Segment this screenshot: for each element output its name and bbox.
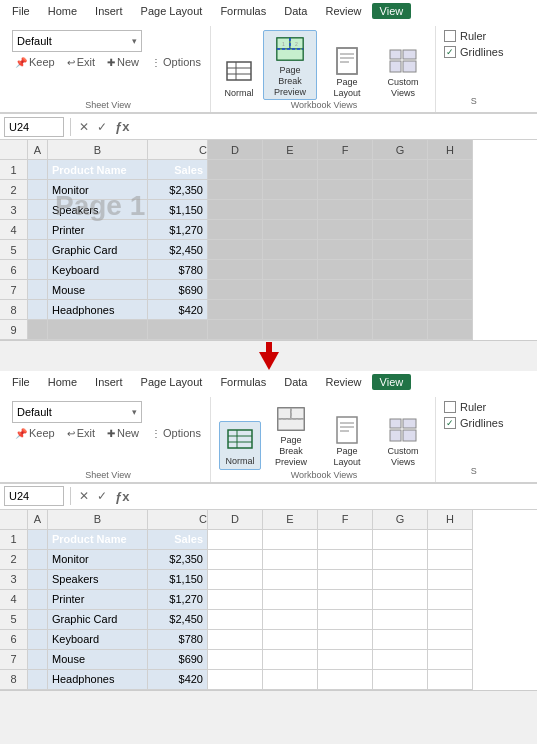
cell-2h-1[interactable] [428, 180, 473, 200]
cell-9d-1[interactable] [208, 320, 263, 340]
cell-7h-2[interactable] [428, 650, 473, 670]
menu-review-2[interactable]: Review [317, 374, 369, 390]
cell-4f-1[interactable] [318, 220, 373, 240]
cell-1g-2[interactable] [373, 530, 428, 550]
cell-5a-2[interactable] [28, 610, 48, 630]
page-break-button-1[interactable]: 1 2 Page Break Preview [263, 30, 317, 100]
cell-5h-1[interactable] [428, 240, 473, 260]
cell-5d-2[interactable] [208, 610, 263, 630]
menu-formulas-1[interactable]: Formulas [212, 3, 274, 19]
menu-view-1[interactable]: View [372, 3, 412, 19]
cell-4b-1[interactable]: Printer [48, 220, 148, 240]
cell-8h-2[interactable] [428, 670, 473, 690]
cell-1h-1[interactable] [428, 160, 473, 180]
cell-2f-1[interactable] [318, 180, 373, 200]
menu-insert-2[interactable]: Insert [87, 374, 131, 390]
menu-data-1[interactable]: Data [276, 3, 315, 19]
normal-view-button-2[interactable]: Normal [219, 421, 261, 470]
cell-7f-1[interactable] [318, 280, 373, 300]
cell-8h-1[interactable] [428, 300, 473, 320]
cell-3d-1[interactable] [208, 200, 263, 220]
cell-6c-2[interactable]: $780 [148, 630, 208, 650]
cell-1b-1[interactable]: Product Name [48, 160, 148, 180]
cell-8f-2[interactable] [318, 670, 373, 690]
cell-1d-2[interactable] [208, 530, 263, 550]
menu-page-layout-1[interactable]: Page Layout [133, 3, 211, 19]
menu-review-1[interactable]: Review [317, 3, 369, 19]
options-button-1[interactable]: ⋮ Options [148, 55, 204, 69]
cell-5e-2[interactable] [263, 610, 318, 630]
cell-1a-1[interactable] [28, 160, 48, 180]
cell-1e-1[interactable] [263, 160, 318, 180]
cell-3a-1[interactable] [28, 200, 48, 220]
cell-9a-1[interactable] [28, 320, 48, 340]
cell-6f-2[interactable] [318, 630, 373, 650]
cell-3h-2[interactable] [428, 570, 473, 590]
cell-7g-2[interactable] [373, 650, 428, 670]
cell-5h-2[interactable] [428, 610, 473, 630]
insert-function-icon-1[interactable]: ƒx [113, 117, 131, 136]
cell-5a-1[interactable] [28, 240, 48, 260]
custom-views-button-2[interactable]: Custom Views [377, 412, 429, 470]
ruler-checkbox-1[interactable] [444, 30, 456, 42]
cell-9h-1[interactable] [428, 320, 473, 340]
cell-4h-2[interactable] [428, 590, 473, 610]
cell-4d-1[interactable] [208, 220, 263, 240]
cell-8f-1[interactable] [318, 300, 373, 320]
cell-7e-1[interactable] [263, 280, 318, 300]
cell-4a-1[interactable] [28, 220, 48, 240]
cell-5f-2[interactable] [318, 610, 373, 630]
cell-6d-2[interactable] [208, 630, 263, 650]
cell-8a-2[interactable] [28, 670, 48, 690]
cell-7h-1[interactable] [428, 280, 473, 300]
cell-2b-2[interactable]: Monitor [48, 550, 148, 570]
menu-home-1[interactable]: Home [40, 3, 85, 19]
cell-ref-box-2[interactable]: U24 [4, 486, 64, 506]
menu-file-1[interactable]: File [4, 3, 38, 19]
cell-6d-1[interactable] [208, 260, 263, 280]
cell-5b-1[interactable]: Graphic Card [48, 240, 148, 260]
exit-button-1[interactable]: ↩ Exit [64, 55, 98, 69]
new-button-1[interactable]: ✚ New [104, 55, 142, 69]
cell-5c-1[interactable]: $2,450 [148, 240, 208, 260]
cell-9e-1[interactable] [263, 320, 318, 340]
cell-5e-1[interactable] [263, 240, 318, 260]
cell-8g-1[interactable] [373, 300, 428, 320]
cell-9c-1[interactable] [148, 320, 208, 340]
cell-2a-2[interactable] [28, 550, 48, 570]
cell-2c-2[interactable]: $2,350 [148, 550, 208, 570]
cell-2e-1[interactable] [263, 180, 318, 200]
cell-5g-2[interactable] [373, 610, 428, 630]
cell-7b-1[interactable]: Mouse [48, 280, 148, 300]
cell-1e-2[interactable] [263, 530, 318, 550]
cell-7a-2[interactable] [28, 650, 48, 670]
cell-1a-2[interactable] [28, 530, 48, 550]
cell-1g-1[interactable] [373, 160, 428, 180]
cell-8g-2[interactable] [373, 670, 428, 690]
cell-6b-2[interactable]: Keyboard [48, 630, 148, 650]
cell-6g-1[interactable] [373, 260, 428, 280]
menu-data-2[interactable]: Data [276, 374, 315, 390]
cell-1c-2[interactable]: Sales [148, 530, 208, 550]
cell-5d-1[interactable] [208, 240, 263, 260]
gridlines-checkbox-2[interactable] [444, 417, 456, 429]
cell-4d-2[interactable] [208, 590, 263, 610]
cell-8c-2[interactable]: $420 [148, 670, 208, 690]
cell-3d-2[interactable] [208, 570, 263, 590]
cell-8c-1[interactable]: $420 [148, 300, 208, 320]
cell-7b-2[interactable]: Mouse [48, 650, 148, 670]
cell-2e-2[interactable] [263, 550, 318, 570]
cell-6c-1[interactable]: $780 [148, 260, 208, 280]
cell-3g-2[interactable] [373, 570, 428, 590]
gridlines-checkbox-1[interactable] [444, 46, 456, 58]
cell-7e-2[interactable] [263, 650, 318, 670]
cell-2d-2[interactable] [208, 550, 263, 570]
cell-4c-2[interactable]: $1,270 [148, 590, 208, 610]
cell-8a-1[interactable] [28, 300, 48, 320]
cell-1d-1[interactable] [208, 160, 263, 180]
cell-6g-2[interactable] [373, 630, 428, 650]
formula-input-2[interactable] [135, 486, 533, 506]
page-layout-button-2[interactable]: Page Layout [321, 412, 373, 470]
cell-6e-2[interactable] [263, 630, 318, 650]
cell-3g-1[interactable] [373, 200, 428, 220]
